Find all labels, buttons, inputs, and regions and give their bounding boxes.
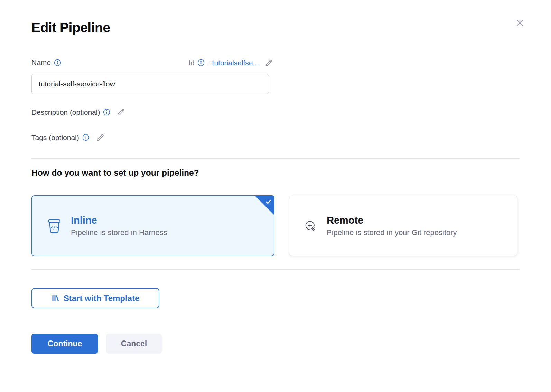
start-with-template-label: Start with Template [64,293,140,303]
edit-pencil-icon[interactable] [264,58,273,67]
id-value-link[interactable]: tutorialselfse... [212,59,259,67]
inline-option-title: Inline [71,215,167,226]
info-icon[interactable] [197,59,205,66]
template-library-icon [52,294,59,302]
divider [31,158,520,159]
info-icon[interactable] [82,134,90,141]
store-option-remote-card[interactable]: Remote Pipeline is stored in your Git re… [289,196,517,256]
continue-button[interactable]: Continue [31,334,98,354]
edit-pencil-icon[interactable] [95,133,105,142]
description-row: Description (optional) [31,108,125,117]
selected-corner-badge [254,195,274,215]
info-icon[interactable] [54,59,61,66]
divider [31,269,520,270]
name-label: Name [31,58,51,67]
description-label: Description (optional) [31,108,100,116]
store-option-inline-card[interactable]: </> Inline Pipeline is stored in Harness [31,195,274,256]
start-with-template-button[interactable]: Start with Template [31,288,159,308]
cancel-button[interactable]: Cancel [106,334,162,354]
edit-pencil-icon[interactable] [116,108,125,117]
tags-label: Tags (optional) [31,133,79,142]
id-separator: : [207,59,209,67]
close-button[interactable] [514,17,526,29]
tags-row: Tags (optional) [31,133,105,142]
svg-text:</>: </> [50,225,58,230]
remote-option-title: Remote [327,215,457,226]
info-icon[interactable] [103,109,110,116]
setup-question-heading: How do you want to set up your pipeline? [31,168,199,178]
close-icon [515,18,525,28]
remote-option-subtitle: Pipeline is stored in your Git repositor… [327,228,457,237]
remote-git-repo-icon [305,220,317,232]
pipeline-name-input[interactable] [31,74,269,94]
inline-option-subtitle: Pipeline is stored in Harness [71,228,167,237]
id-label: Id [188,59,195,67]
inline-pipeline-bucket-icon: </> [47,218,61,234]
name-label-row: Name [31,58,61,67]
id-row: Id : tutorialselfse... [160,58,273,67]
page-title: Edit Pipeline [31,20,110,35]
edit-pipeline-dialog: Edit Pipeline Name Id : tutorialselfse..… [0,0,551,392]
